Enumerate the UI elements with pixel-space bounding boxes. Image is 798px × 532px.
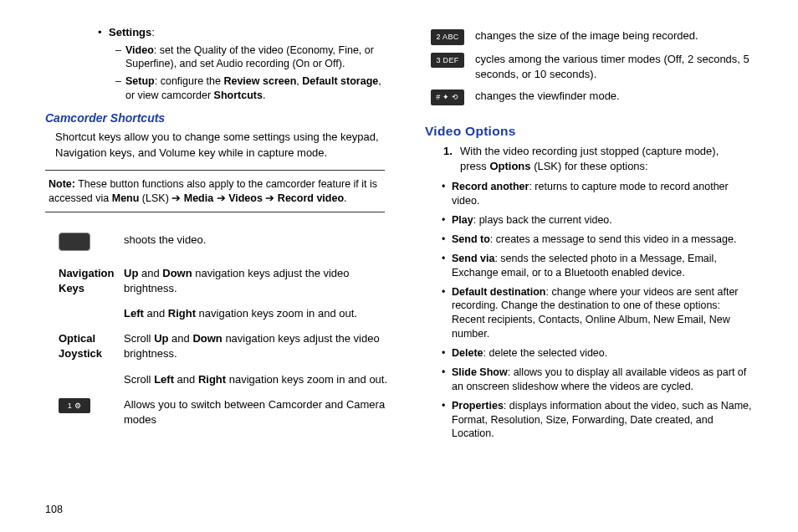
table-row: 3 DEF cycles among the various timer mod… — [425, 49, 756, 85]
right-keys-table: 2 ABC changes the size of the image bein… — [425, 25, 756, 109]
nav-keys-label: Navigation Keys — [55, 261, 120, 301]
note-box: Note: These button functions also apply … — [45, 170, 385, 213]
optical-joystick-label: Optical Joystick — [55, 326, 120, 366]
video-options-heading: Video Options — [425, 124, 756, 139]
left-column: Settings: Video: set the Quality of the … — [42, 25, 388, 495]
note-label: Note: — [49, 178, 75, 190]
options-list: Record another: returns to capture mode … — [410, 180, 756, 441]
setup-label: Setup — [125, 75, 155, 87]
key-3-icon: 3 DEF — [431, 53, 463, 69]
table-row: 1 ⚙ Allows you to switch between Camcord… — [55, 392, 402, 432]
key-hash-icon: # ✦ ⟲ — [431, 90, 464, 105]
table-row: 2 ABC changes the size of the image bein… — [425, 25, 756, 49]
table-row: Optical Joystick Scroll Up and Down navi… — [55, 326, 402, 366]
key3-desc: cycles among the various timer modes (Of… — [470, 49, 756, 85]
camcorder-para: Shortcut keys allow you to change some s… — [42, 130, 388, 161]
camera-key-icon — [59, 233, 90, 251]
opt-record-another: Record another: returns to capture mode … — [442, 180, 756, 208]
opt-play: Play: plays back the current video. — [442, 213, 756, 228]
video-dash: Video: set the Quality of the video (Eco… — [109, 43, 388, 72]
page-number: 108 — [42, 495, 756, 515]
step-1: 1. With the video recording just stopped… — [443, 144, 756, 176]
opt-properties: Properties: displays information about t… — [442, 399, 756, 442]
video-desc: : set the Quality of the video (Economy,… — [125, 44, 374, 70]
video-label: Video — [125, 44, 154, 56]
settings-label: Settings — [109, 26, 151, 38]
table-row: Navigation Keys Up and Down navigation k… — [55, 261, 402, 301]
opt-default-destination: Default destination: change where your v… — [442, 285, 756, 342]
key4-desc: changes the viewfinder mode. — [470, 85, 756, 109]
key-1-icon: 1 ⚙ — [59, 398, 90, 414]
opt-slide-show: Slide Show: allows you to display all av… — [442, 366, 756, 394]
shortcut-table: shoots the video. Navigation Keys Up and… — [55, 228, 402, 432]
camcorder-shortcuts-heading: Camcorder Shortcuts — [42, 111, 388, 125]
row4-desc: Allows you to switch between Camcorder a… — [120, 392, 402, 432]
setup-dash: Setup: configure the Review screen, Defa… — [109, 74, 388, 103]
opt-send-to: Send to: creates a message to send this … — [442, 233, 756, 247]
key2-desc: changes the size of the image being reco… — [470, 25, 756, 49]
table-row: Scroll Left and Right navigation keys zo… — [55, 367, 402, 392]
step-1-number: 1. — [443, 144, 453, 160]
right-column: 2 ABC changes the size of the image bein… — [410, 25, 756, 495]
table-row: # ✦ ⟲ changes the viewfinder mode. — [425, 85, 756, 109]
table-row: Left and Right navigation keys zoom in a… — [55, 301, 402, 326]
settings-bullet: Settings: Video: set the Quality of the … — [100, 25, 388, 103]
opt-delete: Delete: delete the selected video. — [442, 346, 756, 361]
row1-desc: shoots the video. — [120, 228, 402, 260]
table-row: shoots the video. — [55, 228, 402, 260]
key-2-icon: 2 ABC — [431, 29, 463, 45]
opt-send-via: Send via: sends the selected photo in a … — [442, 252, 756, 280]
